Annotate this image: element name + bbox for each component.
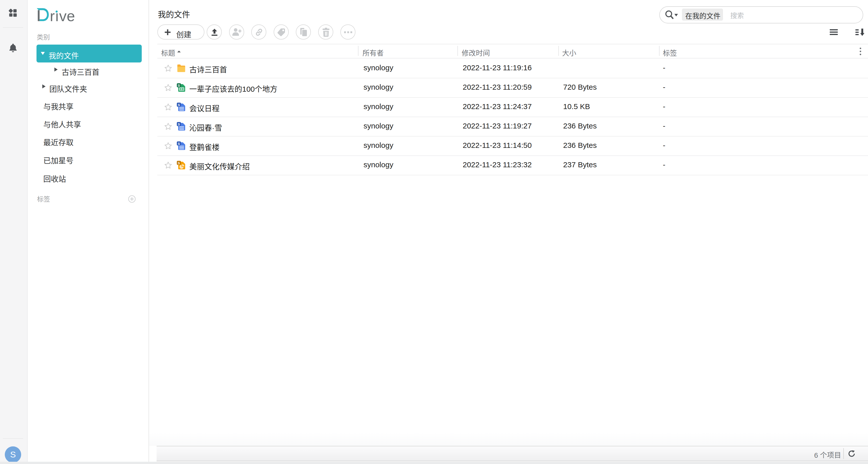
svg-text:S: S	[178, 122, 180, 126]
svg-text:rıve: rıve	[50, 8, 75, 22]
svg-text:S: S	[178, 161, 180, 165]
svg-text:S: S	[178, 103, 180, 107]
svg-text:S: S	[178, 84, 180, 87]
svg-text:S: S	[178, 142, 180, 146]
